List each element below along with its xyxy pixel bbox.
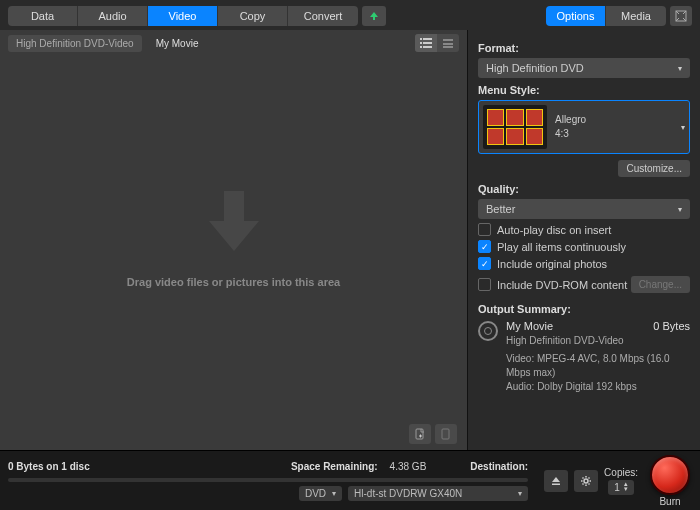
svg-rect-4: [423, 42, 432, 44]
svg-point-13: [584, 479, 588, 483]
svg-rect-9: [443, 46, 453, 48]
burn-button[interactable]: [650, 455, 690, 495]
svg-rect-6: [423, 46, 432, 48]
eject-icon[interactable]: [544, 470, 568, 492]
bytes-status: 0 Bytes on 1 disc: [8, 461, 90, 472]
svg-rect-2: [423, 38, 432, 40]
destination-label: Destination:: [470, 461, 528, 472]
caret-icon: ▾: [681, 123, 685, 132]
customize-button[interactable]: Customize...: [618, 160, 690, 177]
svg-rect-3: [420, 42, 422, 44]
list-view-icon[interactable]: [415, 34, 437, 52]
view-toggle: [415, 34, 459, 52]
expand-icon[interactable]: [670, 6, 692, 26]
summary-label: Output Summary:: [478, 303, 690, 315]
burn-label: Burn: [659, 496, 680, 507]
caret-icon: ▾: [678, 64, 682, 73]
copies-stepper[interactable]: 1 ▴▾: [608, 480, 634, 495]
svg-rect-5: [420, 46, 422, 48]
tab-audio[interactable]: Audio: [78, 6, 148, 26]
menustyle-selector[interactable]: Allegro 4:3 ▾: [478, 100, 690, 154]
drop-hint: Drag video files or pictures into this a…: [127, 276, 340, 288]
origphotos-checkbox[interactable]: ✓ Include original photos: [478, 257, 690, 270]
checkbox-icon: ✓: [478, 257, 491, 270]
quality-dropdown[interactable]: Better ▾: [478, 199, 690, 219]
breadcrumb[interactable]: High Definition DVD-Video: [8, 35, 142, 52]
quality-value: Better: [486, 203, 515, 215]
checkbox-icon: ✓: [478, 240, 491, 253]
add-file-icon[interactable]: [409, 424, 431, 444]
tab-video[interactable]: Video: [148, 6, 218, 26]
svg-rect-1: [420, 38, 422, 40]
tab-options[interactable]: Options: [546, 6, 606, 26]
tab-copy[interactable]: Copy: [218, 6, 288, 26]
tab-media[interactable]: Media: [606, 6, 666, 26]
gear-icon[interactable]: [574, 470, 598, 492]
format-label: Format:: [478, 42, 690, 54]
grid-view-icon[interactable]: [437, 34, 459, 52]
checkbox-icon: [478, 278, 491, 291]
side-tab-group: Options Media: [546, 6, 666, 26]
checkbox-icon: [478, 223, 491, 236]
options-panel: Format: High Definition DVD ▾ Menu Style…: [468, 30, 700, 450]
drop-area[interactable]: Drag video files or pictures into this a…: [0, 56, 467, 418]
playall-checkbox[interactable]: ✓ Play all items continuously: [478, 240, 690, 253]
format-value: High Definition DVD: [486, 62, 584, 74]
menustyle-thumbnail: [483, 105, 547, 149]
tab-convert[interactable]: Convert: [288, 6, 358, 26]
copies-label: Copies:: [604, 467, 638, 478]
space-value: 4.38 GB: [390, 461, 427, 472]
caret-icon: ▾: [678, 205, 682, 214]
disc-type-dropdown[interactable]: DVD▾: [299, 486, 342, 501]
svg-rect-12: [552, 483, 560, 485]
menustyle-info: Allegro 4:3: [555, 113, 673, 141]
main-tab-group: Data Audio Video Copy Convert: [8, 6, 358, 26]
add-folder-icon[interactable]: [435, 424, 457, 444]
destination-dropdown[interactable]: Hl-dt-st DVDRW GX40N▾: [348, 486, 528, 501]
svg-rect-7: [443, 39, 453, 41]
quality-label: Quality:: [478, 183, 690, 195]
svg-rect-11: [442, 429, 449, 439]
menustyle-label: Menu Style:: [478, 84, 690, 96]
svg-rect-10: [416, 429, 423, 439]
change-button: Change...: [631, 276, 690, 293]
autoplay-checkbox[interactable]: Auto-play disc on insert: [478, 223, 690, 236]
arrow-down-icon: [204, 186, 264, 256]
space-label: Space Remaining:: [291, 461, 378, 472]
space-progress: [8, 478, 528, 482]
upload-icon[interactable]: [362, 6, 386, 26]
disc-icon: [478, 321, 498, 341]
tab-data[interactable]: Data: [8, 6, 78, 26]
svg-rect-8: [443, 43, 453, 45]
summary-text: My Movie 0 Bytes High Definition DVD-Vid…: [506, 319, 690, 394]
dvdrom-checkbox[interactable]: Include DVD-ROM content: [478, 278, 627, 291]
format-dropdown[interactable]: High Definition DVD ▾: [478, 58, 690, 78]
project-title: My Movie: [148, 35, 207, 52]
